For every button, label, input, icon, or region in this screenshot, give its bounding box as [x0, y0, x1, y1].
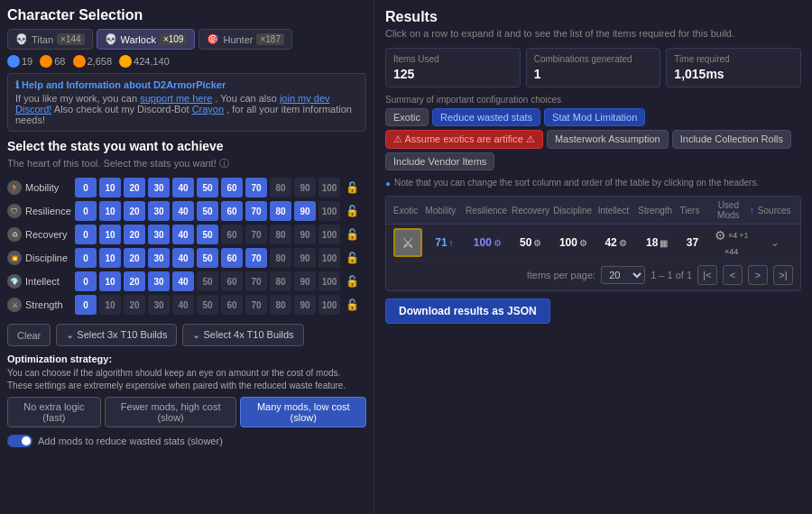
discipline-btn-20[interactable]: 20: [124, 248, 145, 268]
resilience-btn-60[interactable]: 60: [221, 201, 243, 221]
recovery-btn-80[interactable]: 80: [270, 225, 291, 244]
th-resilience[interactable]: Resilience: [466, 206, 508, 216]
resilience-btn-50[interactable]: 50: [197, 201, 218, 221]
discipline-btn-40[interactable]: 40: [172, 248, 194, 268]
recovery-btn-100[interactable]: 100: [318, 225, 340, 244]
strength-btn-90[interactable]: 90: [294, 295, 316, 315]
recovery-btn-50[interactable]: 50: [197, 225, 218, 244]
resilience-btn-20[interactable]: 20: [124, 201, 145, 221]
discipline-btn-70[interactable]: 70: [245, 248, 267, 268]
discipline-btn-100[interactable]: 100: [318, 248, 340, 268]
resilience-btn-30[interactable]: 30: [148, 201, 170, 221]
discipline-btn-60[interactable]: 60: [221, 248, 243, 268]
opt-btn-fewer[interactable]: Fewer mods, high cost (slow): [105, 397, 237, 427]
strength-btn-100[interactable]: 100: [318, 295, 340, 315]
intellect-btn-70[interactable]: 70: [245, 271, 267, 291]
th-mobility[interactable]: Mobility: [425, 206, 462, 216]
mobility-lock-icon[interactable]: 🔓: [345, 180, 359, 195]
support-link[interactable]: support me here: [140, 93, 212, 104]
discipline-btn-30[interactable]: 30: [148, 248, 170, 268]
intellect-btn-90[interactable]: 90: [294, 271, 316, 291]
strength-btn-50[interactable]: 50: [197, 295, 218, 315]
select-4x-button[interactable]: ⌄ Select 4x T10 Builds: [182, 324, 303, 346]
th-intellect[interactable]: Intellect: [598, 206, 635, 216]
recovery-btn-60[interactable]: 60: [221, 225, 243, 244]
th-recovery[interactable]: Recovery: [512, 206, 549, 216]
strength-btn-10[interactable]: 10: [99, 295, 121, 315]
prev-page-button[interactable]: <: [723, 265, 743, 285]
intellect-btn-60[interactable]: 60: [221, 271, 243, 291]
char-tab-hunter[interactable]: 🎯 Hunter ×187: [198, 29, 292, 50]
mobility-btn-40[interactable]: 40: [172, 178, 194, 197]
intellect-btn-100[interactable]: 100: [318, 271, 340, 291]
recovery-lock-icon[interactable]: 🔓: [345, 227, 359, 242]
strength-btn-30[interactable]: 30: [148, 295, 170, 315]
strength-btn-0[interactable]: 0: [75, 295, 97, 315]
resilience-btn-70[interactable]: 70: [245, 201, 267, 221]
opt-btn-many[interactable]: Many mods, low cost (slow): [240, 397, 366, 427]
discipline-btn-90[interactable]: 90: [294, 248, 316, 268]
mobility-btn-60[interactable]: 60: [221, 178, 243, 197]
mobility-btn-70[interactable]: 70: [245, 178, 267, 197]
resilience-btn-0[interactable]: 0: [75, 201, 97, 221]
recovery-btn-70[interactable]: 70: [245, 225, 267, 244]
th-strength[interactable]: Strength: [638, 206, 676, 216]
discipline-btn-50[interactable]: 50: [197, 248, 218, 268]
intellect-lock-icon[interactable]: 🔓: [345, 274, 359, 289]
select-3x-button[interactable]: ⌄ Select 3x T10 Builds: [56, 324, 177, 346]
download-json-button[interactable]: Download results as JSON: [385, 298, 550, 324]
per-page-select[interactable]: 20 50 100: [601, 266, 645, 284]
recovery-btn-10[interactable]: 10: [99, 225, 121, 244]
discipline-btn-80[interactable]: 80: [270, 248, 291, 268]
intellect-btn-30[interactable]: 30: [148, 271, 170, 291]
mobility-btn-20[interactable]: 20: [124, 178, 145, 197]
th-sources[interactable]: Sources: [758, 206, 793, 216]
next-page-button[interactable]: >: [748, 265, 768, 285]
resilience-btn-40[interactable]: 40: [172, 201, 194, 221]
mobility-btn-50[interactable]: 50: [197, 178, 218, 197]
intellect-btn-0[interactable]: 0: [75, 271, 97, 291]
add-mods-toggle[interactable]: [7, 435, 32, 447]
mobility-btn-90[interactable]: 90: [294, 178, 316, 197]
mobility-btn-30[interactable]: 30: [148, 178, 170, 197]
crayon-link[interactable]: Crayon: [192, 104, 224, 115]
strength-btn-80[interactable]: 80: [270, 295, 291, 315]
last-page-button[interactable]: >|: [773, 265, 793, 285]
resilience-btn-80[interactable]: 80: [270, 201, 291, 221]
clear-button[interactable]: Clear: [7, 324, 51, 346]
strength-btn-40[interactable]: 40: [172, 295, 194, 315]
resilience-btn-10[interactable]: 10: [99, 201, 121, 221]
recovery-btn-20[interactable]: 20: [124, 225, 145, 244]
intellect-btn-80[interactable]: 80: [270, 271, 291, 291]
strength-btn-20[interactable]: 20: [124, 295, 145, 315]
discipline-lock-icon[interactable]: 🔓: [345, 251, 359, 265]
first-page-button[interactable]: |<: [697, 265, 717, 285]
recovery-btn-0[interactable]: 0: [75, 225, 97, 244]
th-discipline[interactable]: Discipline: [553, 206, 594, 216]
strength-btn-60[interactable]: 60: [221, 295, 243, 315]
resilience-btn-100[interactable]: 100: [318, 201, 340, 221]
intellect-btn-50[interactable]: 50: [197, 271, 218, 291]
discipline-btn-0[interactable]: 0: [75, 248, 97, 268]
char-tab-titan[interactable]: 💀 Titan ×144: [7, 29, 93, 50]
resilience-lock-icon[interactable]: 🔓: [345, 204, 359, 218]
opt-btn-fast[interactable]: No extra logic (fast): [7, 397, 101, 427]
recovery-btn-90[interactable]: 90: [294, 225, 316, 244]
mobility-btn-80[interactable]: 80: [270, 178, 291, 197]
cell-sources[interactable]: ⌄: [758, 236, 793, 249]
mobility-btn-100[interactable]: 100: [318, 178, 340, 197]
discipline-btn-10[interactable]: 10: [99, 248, 121, 268]
resilience-btn-90[interactable]: 90: [294, 201, 316, 221]
recovery-btn-40[interactable]: 40: [172, 225, 194, 244]
char-tab-warlock[interactable]: 💀 Warlock ×109: [97, 29, 196, 50]
table-row[interactable]: ⚔ 71 ↑ 100 ⚙ 50 ⚙ 100 ⚙ 42 ⚙: [386, 225, 800, 262]
intellect-btn-40[interactable]: 40: [172, 271, 194, 291]
mobility-btn-10[interactable]: 10: [99, 178, 121, 197]
mobility-btn-0[interactable]: 0: [75, 178, 97, 197]
strength-btn-70[interactable]: 70: [245, 295, 267, 315]
strength-lock-icon[interactable]: 🔓: [345, 298, 359, 312]
th-used-mods[interactable]: Used Mods ↑: [709, 200, 754, 220]
intellect-btn-20[interactable]: 20: [124, 271, 145, 291]
intellect-btn-10[interactable]: 10: [99, 271, 121, 291]
th-exotic[interactable]: Exotic: [393, 206, 421, 216]
